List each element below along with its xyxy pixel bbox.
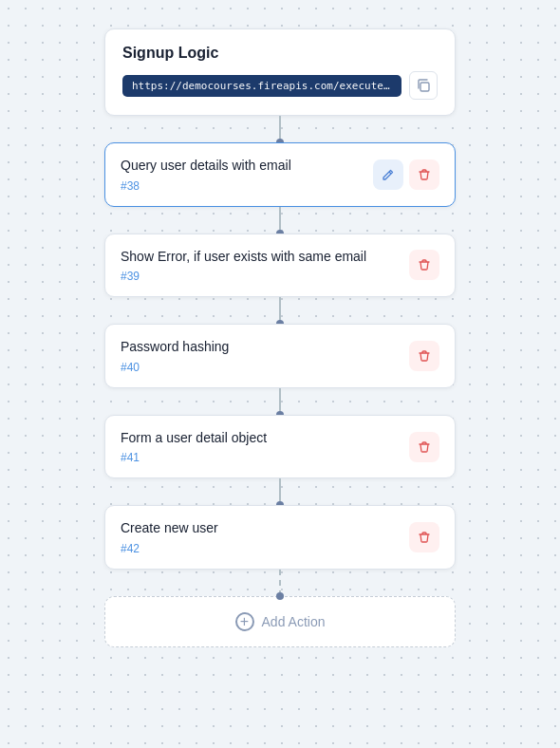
card-content-40: Password hashing #40 — [121, 338, 409, 374]
trash-icon — [418, 440, 431, 454]
edit-icon — [382, 168, 395, 181]
action-card-40: Password hashing #40 — [104, 324, 456, 388]
card-content-41: Form a user detail object #41 — [121, 429, 409, 465]
card-actions-38 — [373, 159, 439, 190]
copy-icon — [416, 78, 431, 93]
card-content-38: Query user details with email #38 — [121, 157, 373, 193]
action-card-38: Query user details with email #38 — [104, 142, 456, 207]
card-id-38: #38 — [121, 179, 373, 193]
card-title-42: Create new user — [121, 519, 409, 538]
edit-button-38[interactable] — [373, 159, 403, 190]
copy-button[interactable] — [409, 71, 438, 100]
action-card-42: Create new user #42 — [104, 505, 456, 570]
connector-dashed — [279, 570, 281, 596]
header-title: Signup Logic — [122, 45, 438, 62]
connector-1 — [279, 207, 281, 234]
plus-circle-icon: + — [235, 612, 254, 631]
trash-icon — [418, 168, 431, 181]
trash-icon — [418, 258, 431, 271]
flow-container: Signup Logic https://democourses.fireapi… — [104, 28, 456, 720]
action-card-41: Form a user detail object #41 — [104, 415, 456, 479]
card-content-39: Show Error, if user exists with same ema… — [121, 248, 409, 284]
add-action-label: Add Action — [262, 614, 326, 629]
trash-icon — [418, 531, 431, 544]
card-content-42: Create new user #42 — [121, 519, 409, 555]
card-id-39: #39 — [121, 270, 409, 283]
delete-button-42[interactable] — [409, 522, 439, 552]
card-title-38: Query user details with email — [121, 157, 373, 176]
card-title-40: Password hashing — [121, 338, 409, 357]
delete-button-41[interactable] — [409, 432, 439, 462]
connector-4 — [279, 478, 281, 505]
delete-button-39[interactable] — [409, 250, 439, 280]
card-id-42: #42 — [121, 542, 409, 555]
connector-2 — [279, 297, 281, 324]
card-id-41: #41 — [121, 451, 409, 464]
url-badge: https://democourses.fireapis.com/execute… — [122, 75, 401, 97]
svg-rect-0 — [420, 83, 429, 91]
connector-0 — [279, 116, 281, 142]
delete-button-40[interactable] — [409, 341, 439, 371]
action-card-39: Show Error, if user exists with same ema… — [104, 234, 456, 298]
url-row: https://democourses.fireapis.com/execute… — [122, 71, 438, 100]
card-actions-41 — [409, 432, 439, 462]
card-title-39: Show Error, if user exists with same ema… — [121, 248, 409, 267]
card-actions-39 — [409, 250, 439, 280]
delete-button-38[interactable] — [409, 159, 439, 190]
card-actions-40 — [409, 341, 439, 371]
header-card: Signup Logic https://democourses.fireapi… — [104, 28, 456, 116]
add-action-button[interactable]: + Add Action — [104, 596, 456, 647]
card-title-41: Form a user detail object — [121, 429, 409, 448]
connector-3 — [279, 388, 281, 415]
trash-icon — [418, 349, 431, 363]
card-id-40: #40 — [121, 361, 409, 374]
card-actions-42 — [409, 522, 439, 552]
